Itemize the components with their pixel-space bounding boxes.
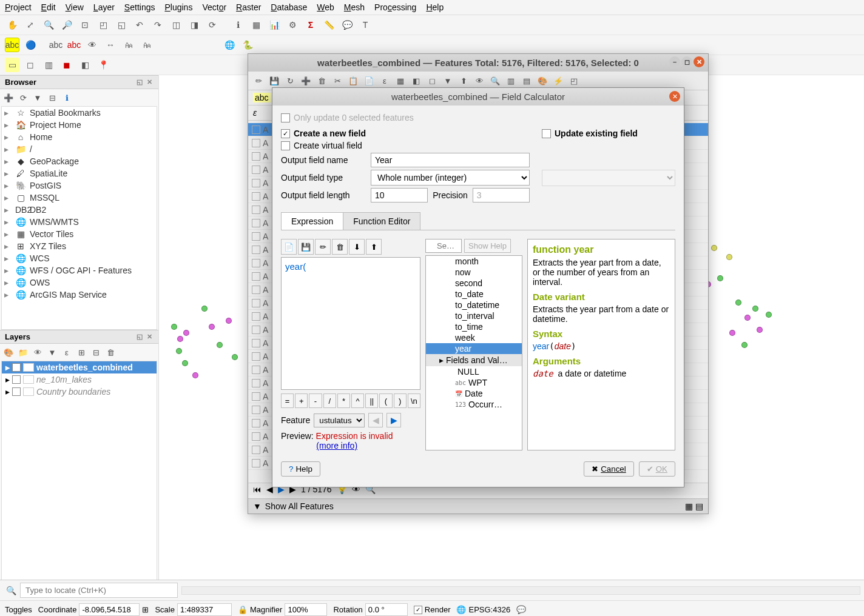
label-rotate-icon[interactable]: 🗛 — [121, 38, 136, 52]
zoom-selection-icon[interactable]: ◰ — [96, 18, 110, 32]
zoom-next-icon[interactable]: ↷ — [150, 18, 165, 32]
zoom-full-icon[interactable]: ⊡ — [78, 18, 92, 32]
op-button[interactable]: ) — [394, 393, 407, 408]
expression-filter-icon[interactable]: ε — [61, 346, 73, 358]
lock-icon[interactable]: 🔒 — [238, 605, 248, 614]
measure-icon[interactable]: 📏 — [322, 18, 336, 32]
edit-expr-icon[interactable]: ✏ — [315, 239, 331, 255]
delete-feature-icon[interactable]: 🗑 — [315, 74, 328, 87]
locate-input[interactable] — [20, 583, 178, 598]
expand-all-icon[interactable]: ⊞ — [75, 346, 87, 358]
label-icon[interactable]: abc — [5, 38, 19, 52]
function-item[interactable]: to_date — [426, 289, 522, 300]
processing-icon[interactable]: ⚙ — [285, 18, 300, 32]
label-pin-icon[interactable]: abc — [67, 38, 81, 52]
style-icon[interactable]: 🎨 — [2, 346, 15, 358]
invert-sel-icon[interactable]: ◧ — [410, 74, 423, 87]
out-len-input[interactable] — [371, 188, 428, 203]
op-button[interactable]: ^ — [351, 393, 364, 408]
coord-input[interactable] — [79, 603, 140, 616]
expression-editor[interactable]: year( — [281, 257, 420, 390]
pan-selection-icon[interactable]: ⤢ — [23, 18, 38, 32]
function-search[interactable] — [425, 239, 462, 253]
menu-layer[interactable]: Layer — [93, 2, 115, 12]
reload-icon[interactable]: ↻ — [283, 74, 297, 87]
function-item[interactable]: now — [426, 267, 522, 278]
mag-input[interactable] — [285, 603, 327, 616]
export-expr-icon[interactable]: ⬆ — [366, 239, 382, 255]
text-annotation-icon[interactable]: T — [358, 18, 373, 32]
epsg-label[interactable]: EPSG:4326 — [468, 605, 510, 614]
op-button[interactable]: ( — [379, 393, 392, 408]
preview-more-info[interactable]: (more info) — [316, 441, 357, 450]
create-virtual-check[interactable]: Create virtual field — [281, 139, 530, 152]
remove-layer-icon[interactable]: 🗑 — [104, 346, 116, 358]
out-name-input[interactable] — [371, 153, 530, 167]
rot-input[interactable] — [365, 603, 408, 616]
new-expr-icon[interactable]: 📄 — [281, 239, 297, 255]
field-calc-icon[interactable]: 📊 — [267, 18, 282, 32]
browser-item[interactable]: ▸🌐WCS — [2, 252, 157, 264]
refresh-icon[interactable]: ⟳ — [205, 18, 220, 32]
stats-icon[interactable]: Σ — [303, 18, 318, 32]
browser-item[interactable]: ▸🌐WFS / OGC API - Features — [2, 264, 157, 276]
function-item[interactable]: week — [426, 332, 522, 343]
menu-help[interactable]: Help — [426, 2, 444, 12]
fc-titlebar[interactable]: waterbeetles_combined — Field Calculator… — [272, 88, 684, 105]
menu-settings[interactable]: Settings — [124, 2, 155, 12]
function-item[interactable]: to_datetime — [426, 300, 522, 310]
select-icon[interactable]: ▭ — [5, 58, 19, 72]
browser-item[interactable]: ▸🌐ArcGIS Map Service — [2, 289, 157, 301]
properties-icon[interactable]: ℹ — [61, 92, 73, 104]
browser-item[interactable]: ▸🌐OWS — [2, 276, 157, 289]
prev-feature-icon[interactable]: ◀ — [368, 413, 383, 427]
select-by-icon[interactable]: ▥ — [41, 58, 56, 72]
layer-item[interactable]: ▸✓waterbeetles_combined — [2, 361, 157, 373]
function-item[interactable]: to_interval — [426, 310, 522, 321]
select-location-icon[interactable]: 📍 — [96, 58, 110, 72]
messages-icon[interactable]: 💬 — [516, 605, 526, 614]
copy-icon[interactable]: 📋 — [346, 74, 360, 87]
tab-function-editor[interactable]: Function Editor — [343, 212, 420, 230]
collapse-browser-icon[interactable]: ⊟ — [46, 92, 58, 104]
browser-item[interactable]: ▸🖊SpatiaLite — [2, 167, 157, 179]
cond-format-icon[interactable]: 🎨 — [536, 74, 549, 87]
menu-web[interactable]: Web — [317, 2, 334, 12]
browser-item[interactable]: ▸☆Spatial Bookmarks — [2, 107, 157, 119]
maximize-icon[interactable]: ◻ — [681, 56, 692, 67]
menu-view[interactable]: View — [66, 2, 84, 12]
op-button[interactable]: + — [295, 393, 308, 408]
browser-item[interactable]: ▸▢MSSQL — [2, 192, 157, 204]
extents-icon[interactable]: ⊞ — [142, 605, 149, 614]
out-type-select[interactable]: Whole number (integer) — [371, 170, 530, 186]
label-move-icon[interactable]: ↔ — [103, 38, 118, 52]
menu-database[interactable]: Database — [271, 2, 307, 12]
panel-buttons[interactable]: ◱ ✕ — [137, 78, 154, 86]
browser-item[interactable]: ▸🌐WMS/WMTS — [2, 216, 157, 228]
pan-icon[interactable]: ✋ — [5, 18, 19, 32]
op-button[interactable]: \n — [408, 393, 420, 408]
deselect-icon[interactable]: ◻ — [425, 74, 439, 87]
op-button[interactable]: || — [365, 393, 378, 408]
menu-edit[interactable]: Edit — [41, 2, 56, 12]
attr-filter-bar[interactable]: ▼ Show All Features ▦ ▤ — [248, 498, 708, 514]
cancel-button[interactable]: ✖Cancel — [584, 461, 634, 477]
menu-plugins[interactable]: Plugins — [164, 2, 192, 12]
field-item[interactable]: NULL — [426, 366, 522, 377]
filter-browser-icon[interactable]: ▼ — [32, 92, 44, 104]
update-existing-check[interactable]: Update existing field — [542, 127, 675, 139]
filter-form-icon[interactable]: ▼ — [441, 74, 454, 87]
new-field-icon[interactable]: ▥ — [504, 74, 518, 87]
label-change-icon[interactable]: 🗛 — [140, 38, 154, 52]
next-feature-icon[interactable]: ▶ — [386, 413, 401, 427]
create-new-check[interactable]: Create a new field — [281, 127, 530, 139]
attr-titlebar[interactable]: waterbeetles_combined — Features Total: … — [248, 54, 708, 72]
zoom-sel-icon[interactable]: 🔍 — [488, 74, 502, 87]
attr-table-icon[interactable]: ▦ — [249, 18, 263, 32]
import-expr-icon[interactable]: ⬇ — [349, 239, 365, 255]
add-feature-icon[interactable]: ➕ — [299, 74, 312, 87]
function-item[interactable]: to_time — [426, 321, 522, 332]
browser-item[interactable]: ▸DB2DB2 — [2, 204, 157, 216]
op-button[interactable]: / — [323, 393, 336, 408]
crs-icon[interactable]: 🌐 — [456, 605, 466, 614]
